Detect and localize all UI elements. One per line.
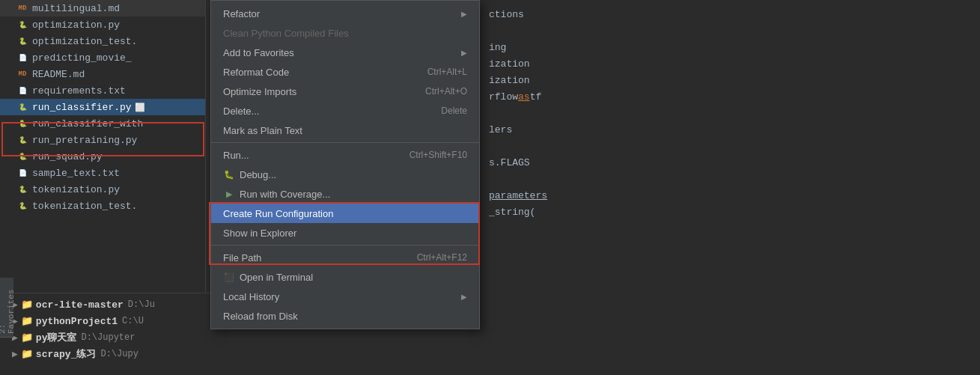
favorites-label: 2: Favorites	[0, 281, 16, 334]
project-path: D:\Ju	[128, 299, 155, 310]
menu-shortcut: Ctrl+Alt+L	[427, 67, 467, 77]
code-text: ization	[489, 75, 530, 86]
menu-create-run-config[interactable]: Create Run Configuration	[211, 204, 479, 223]
menu-clean-python: Clean Python Compiled Files	[211, 23, 479, 43]
file-name: optimization_test.	[32, 36, 137, 47]
menu-delete[interactable]: Delete... Delete	[211, 101, 479, 121]
menu-label: Delete...	[223, 106, 259, 117]
code-as: as	[518, 91, 530, 103]
menu-item-left: 🐛 Debug...	[223, 168, 276, 180]
py-icon: 🐍	[16, 118, 28, 129]
file-item-run-pretraining[interactable]: 🐍 run_pretraining.py	[0, 132, 205, 148]
code-text: ization	[489, 58, 530, 70]
menu-item-left: ▶ Run with Coverage...	[223, 188, 330, 200]
txt-icon: 📄	[16, 52, 28, 64]
menu-separator-2	[211, 245, 479, 246]
code-line-3: ing	[489, 39, 971, 55]
menu-show-explorer[interactable]: Show in Explorer	[211, 223, 479, 243]
file-item-readme[interactable]: MD README.md	[0, 66, 205, 82]
file-item-run-classifier-with[interactable]: 🐍 run_classifier_with	[0, 115, 205, 132]
file-item-multilingual[interactable]: MD multilingual.md	[0, 0, 205, 16]
diff-marker: ⬜	[135, 103, 145, 112]
code-line-import: rflow as tf	[489, 88, 971, 105]
code-line-6	[489, 105, 971, 121]
py-icon: 🐍	[16, 200, 28, 212]
menu-add-favorites[interactable]: Add to Favorites ▶	[211, 43, 479, 62]
code-line-4: ization	[489, 55, 971, 72]
debug-icon: 🐛	[223, 168, 235, 180]
code-line-11: parameters	[489, 187, 971, 204]
menu-label: Reformat Code	[223, 67, 289, 78]
file-name: predicting_movie_	[32, 52, 132, 64]
py-icon: 🐍	[16, 150, 28, 162]
menu-label: File Path	[223, 252, 261, 263]
menu-label: Refactor	[223, 8, 260, 19]
menu-label: Optimize Imports	[223, 86, 296, 97]
menu-shortcut: Ctrl+Alt+F12	[417, 252, 467, 263]
menu-debug[interactable]: 🐛 Debug...	[211, 165, 479, 184]
file-item-run-squad[interactable]: 🐍 run_squad.py	[0, 148, 205, 165]
file-item-sample-text[interactable]: 📄 sample_text.txt	[0, 165, 205, 181]
file-name: run_pretraining.py	[32, 135, 137, 146]
code-tf: tf	[530, 91, 542, 103]
txt-icon: 📄	[16, 85, 28, 97]
py-icon: 🐍	[16, 183, 28, 195]
favorites-tab[interactable]: 2: Favorites	[0, 278, 13, 338]
py-icon: 🐍	[16, 35, 28, 47]
menu-label: Local History	[223, 291, 279, 302]
code-text: parameters	[489, 190, 547, 201]
file-item-tokenization[interactable]: 🐍 tokenization.py	[0, 181, 205, 198]
menu-reload-disk[interactable]: Reload from Disk	[211, 306, 479, 326]
code-line-9: s.FLAGS	[489, 154, 971, 171]
file-item-tokenization-test[interactable]: 🐍 tokenization_test.	[0, 198, 205, 214]
menu-file-path[interactable]: File Path Ctrl+Alt+F12	[211, 248, 479, 267]
py-icon: 🐍	[16, 19, 28, 31]
md-icon: MD	[16, 2, 28, 14]
project-scrapy[interactable]: ▶ 📁 scrapy_练习 D:\Jupy	[6, 346, 473, 362]
menu-refactor[interactable]: Refactor ▶	[211, 4, 479, 23]
submenu-arrow-icon: ▶	[461, 10, 467, 18]
file-name: tokenization.py	[32, 184, 120, 195]
file-item-predicting[interactable]: 📄 predicting_movie_	[0, 49, 205, 66]
folder-icon: 📁	[21, 332, 33, 344]
code-line-1: ctions	[489, 6, 971, 22]
menu-reformat-code[interactable]: Reformat Code Ctrl+Alt+L	[211, 62, 479, 82]
menu-optimize-imports[interactable]: Optimize Imports Ctrl+Alt+O	[211, 82, 479, 101]
code-line-7: lers	[489, 121, 971, 138]
code-line-8	[489, 138, 971, 154]
submenu-arrow-icon: ▶	[461, 293, 467, 301]
file-name: optimization.py	[32, 19, 120, 31]
project-name: scrapy_练习	[36, 347, 97, 361]
coverage-icon: ▶	[223, 188, 235, 200]
folder-icon: 📁	[21, 299, 33, 311]
code-text: ing	[489, 42, 506, 53]
py-icon: 🐍	[16, 101, 28, 113]
menu-item-left: Local History	[223, 291, 279, 302]
menu-shortcut: Ctrl+Alt+O	[425, 86, 467, 97]
menu-open-terminal[interactable]: ⬛ Open in Terminal	[211, 267, 479, 287]
code-line-10	[489, 171, 971, 187]
file-item-optimization[interactable]: 🐍 optimization.py	[0, 16, 205, 33]
txt-icon: 📄	[16, 167, 28, 179]
menu-label: Show in Explorer	[223, 228, 296, 239]
file-item-requirements[interactable]: 📄 requirements.txt	[0, 82, 205, 99]
file-name: run_classifier.py	[32, 102, 132, 113]
menu-run-coverage[interactable]: ▶ Run with Coverage...	[211, 184, 479, 204]
code-rflow: rflow	[489, 91, 518, 103]
menu-label: Run with Coverage...	[240, 189, 330, 200]
submenu-arrow-icon: ▶	[461, 49, 467, 57]
project-name: pythonProject1	[36, 316, 118, 327]
menu-shortcut: Ctrl+Shift+F10	[410, 150, 467, 160]
menu-label: Mark as Plain Text	[223, 125, 302, 136]
menu-local-history[interactable]: Local History ▶	[211, 287, 479, 306]
code-editor: ctions ing ization ization rflow as tf l…	[480, 0, 980, 375]
menu-run[interactable]: Run... Ctrl+Shift+F10	[211, 145, 479, 165]
code-text: ctions	[489, 9, 524, 20]
file-item-optimization-test[interactable]: 🐍 optimization_test.	[0, 33, 205, 49]
menu-mark-plain-text[interactable]: Mark as Plain Text	[211, 121, 479, 140]
file-item-run-classifier[interactable]: 🐍 run_classifier.py ⬜	[0, 99, 205, 115]
file-name: requirements.txt	[32, 85, 126, 97]
menu-label: Run...	[223, 150, 249, 161]
file-name: run_squad.py	[32, 151, 103, 162]
project-py-chat[interactable]: ▶ 📁 py聊天室 D:\Jupyter	[6, 329, 473, 346]
